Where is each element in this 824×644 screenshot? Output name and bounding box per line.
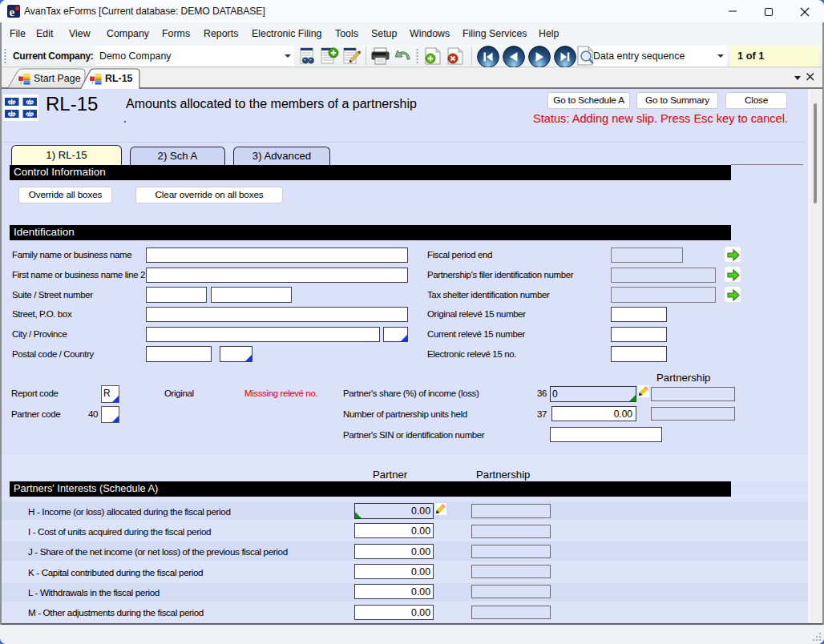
svg-text:e: e [10,6,15,18]
